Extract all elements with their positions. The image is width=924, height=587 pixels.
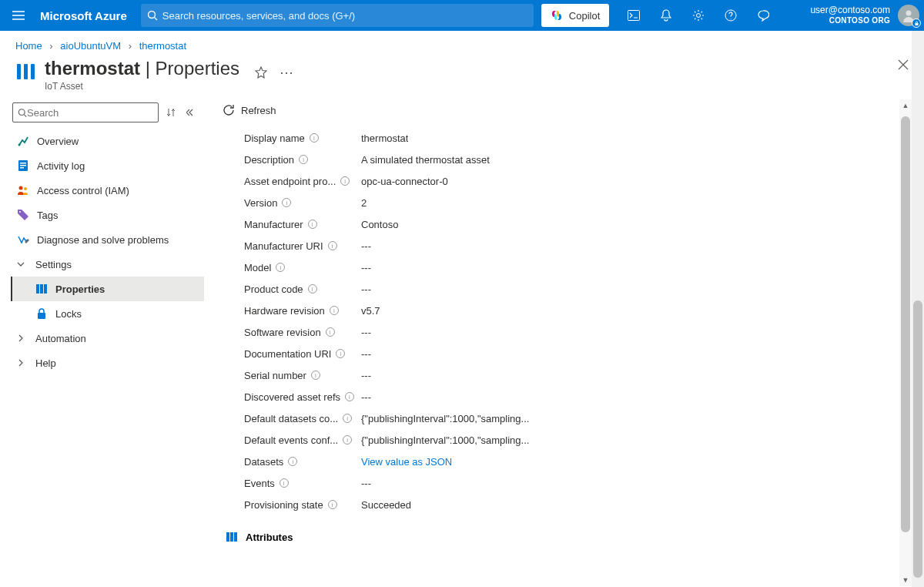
hamburger-icon — [12, 11, 25, 20]
property-value[interactable]: View value as JSON — [361, 456, 452, 468]
user-account[interactable]: user@contoso.com CONTOSO ORG — [810, 5, 924, 26]
svg-rect-24 — [226, 532, 229, 542]
nav-access-control[interactable]: Access control (IAM) — [12, 178, 204, 203]
chevron-down-icon — [17, 260, 28, 268]
property-row: Modeli--- — [244, 257, 924, 278]
breadcrumb-sep: › — [49, 40, 52, 52]
info-icon[interactable]: i — [340, 176, 350, 186]
chevron-right-icon — [17, 334, 28, 342]
star-icon[interactable] — [255, 66, 267, 79]
notifications-button[interactable] — [651, 0, 681, 31]
inner-scrollbar-thumb[interactable] — [901, 116, 910, 532]
svg-point-17 — [19, 186, 23, 190]
help-button[interactable] — [715, 0, 746, 31]
close-icon[interactable] — [898, 59, 909, 70]
cloud-shell-button[interactable] — [618, 0, 649, 31]
feedback-button[interactable] — [748, 0, 778, 31]
collapse-nav-button[interactable] — [183, 106, 199, 119]
more-menu-button[interactable]: ⋯ — [280, 64, 294, 81]
nav-properties[interactable]: Properties — [11, 277, 204, 301]
property-value: thermostat — [361, 132, 408, 144]
breadcrumb-item[interactable]: aioUbuntuVM — [60, 40, 121, 52]
bell-icon — [661, 9, 671, 22]
scroll-down-icon[interactable]: ▼ — [899, 574, 912, 586]
info-icon[interactable]: i — [276, 263, 285, 272]
attributes-label: Attributes — [246, 532, 293, 543]
outer-scrollbar-thumb[interactable] — [913, 300, 922, 578]
property-value: --- — [361, 283, 371, 295]
info-icon[interactable]: i — [343, 435, 352, 444]
info-icon[interactable]: i — [326, 327, 335, 337]
property-label: Descriptioni — [244, 154, 361, 166]
property-row: DatasetsiView value as JSON — [244, 451, 924, 472]
brand-label: Microsoft Azure — [37, 9, 141, 22]
property-value: --- — [361, 391, 371, 403]
top-bar: Microsoft Azure Copilot user@contoso.com… — [0, 0, 924, 31]
property-value: --- — [361, 478, 371, 489]
property-row: Versioni2 — [244, 192, 924, 213]
search-icon — [18, 108, 27, 118]
global-search[interactable] — [141, 4, 534, 27]
breadcrumb-item[interactable]: thermostat — [139, 40, 186, 52]
avatar[interactable] — [898, 5, 919, 26]
nav-diagnose[interactable]: Diagnose and solve problems — [12, 227, 204, 252]
info-icon[interactable]: i — [328, 500, 337, 509]
property-row: Documentation URIi--- — [244, 343, 924, 364]
nav-group-help[interactable]: Help — [12, 351, 204, 375]
nav-locks[interactable]: Locks — [12, 301, 204, 326]
outer-scrollbar-track[interactable] — [912, 31, 924, 587]
property-value: A simulated thermostat asset — [361, 154, 490, 166]
info-icon[interactable]: i — [280, 478, 289, 488]
breadcrumb-sep: › — [129, 40, 132, 52]
svg-rect-2 — [628, 11, 640, 21]
global-search-input[interactable] — [158, 10, 527, 22]
inner-scrollbar-track[interactable]: ▲ ▼ — [899, 99, 912, 586]
info-icon[interactable]: i — [311, 371, 320, 380]
property-row: Manufacturer URIi--- — [244, 235, 924, 257]
refresh-label: Refresh — [241, 105, 276, 116]
info-icon[interactable]: i — [343, 414, 352, 423]
info-icon[interactable]: i — [310, 133, 319, 143]
property-row: Serial numberi--- — [244, 364, 924, 386]
hamburger-menu[interactable] — [0, 11, 37, 20]
info-icon[interactable]: i — [328, 241, 337, 250]
info-icon[interactable]: i — [288, 457, 297, 466]
sort-button[interactable] — [163, 105, 179, 120]
property-label: Manufacturer URIi — [244, 240, 361, 252]
svg-point-12 — [18, 144, 21, 146]
copilot-button[interactable]: Copilot — [541, 4, 609, 27]
info-icon[interactable]: i — [330, 306, 339, 315]
cloud-shell-icon — [628, 10, 640, 21]
nav-activity-log[interactable]: Activity log — [12, 153, 204, 178]
nav-tags[interactable]: Tags — [12, 203, 204, 227]
property-row: ManufactureriContoso — [244, 213, 924, 235]
lock-badge-icon — [912, 18, 921, 28]
info-icon[interactable]: i — [282, 198, 291, 207]
property-label: Serial numberi — [244, 370, 361, 381]
nav-search-input[interactable] — [27, 107, 153, 119]
toolbar-refresh[interactable]: Refresh — [204, 99, 924, 122]
svg-rect-21 — [40, 284, 43, 294]
info-icon[interactable]: i — [308, 284, 317, 294]
nav-search[interactable] — [12, 102, 159, 122]
breadcrumb-item[interactable]: Home — [15, 40, 42, 52]
svg-rect-26 — [234, 532, 237, 542]
user-text-block: user@contoso.com CONTOSO ORG — [810, 5, 890, 25]
svg-point-19 — [19, 211, 21, 213]
nav-group-automation[interactable]: Automation — [12, 326, 204, 351]
nav-group-settings[interactable]: Settings — [12, 252, 204, 277]
property-label: Manufactureri — [244, 219, 361, 230]
svg-point-5 — [906, 11, 912, 16]
tags-icon — [17, 209, 29, 221]
property-row: DescriptioniA simulated thermostat asset — [244, 149, 924, 170]
scroll-up-icon[interactable]: ▲ — [899, 99, 912, 112]
info-icon[interactable]: i — [308, 220, 317, 229]
svg-rect-23 — [38, 313, 45, 319]
nav-overview[interactable]: Overview — [12, 129, 204, 153]
property-label: Hardware revisioni — [244, 305, 361, 317]
settings-button[interactable] — [683, 0, 714, 31]
info-icon[interactable]: i — [345, 392, 354, 401]
info-icon[interactable]: i — [336, 349, 345, 358]
info-icon[interactable]: i — [299, 155, 308, 164]
property-label: Asset endpoint pro...i — [244, 176, 361, 187]
